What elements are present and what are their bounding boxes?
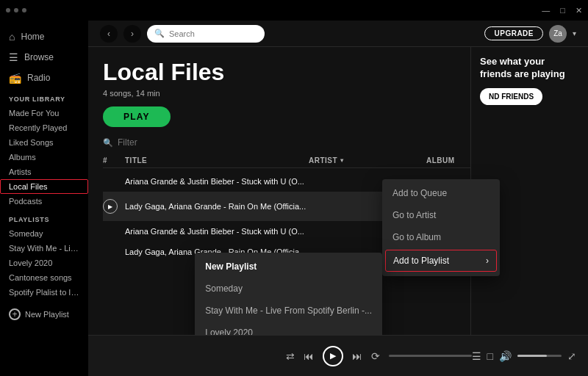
volume-icon[interactable]: 🔊 bbox=[499, 350, 512, 362]
dot-1 bbox=[6, 8, 10, 12]
progress-bar[interactable] bbox=[389, 355, 472, 357]
submenu-new-playlist[interactable]: New Playlist bbox=[195, 256, 382, 278]
back-icon: ‹ bbox=[107, 29, 110, 39]
volume-bar[interactable] bbox=[517, 355, 562, 357]
track-title: Ariana Grande & Justin Bieber - Stuck wi… bbox=[125, 177, 309, 186]
user-avatar[interactable]: Za bbox=[549, 25, 567, 43]
minimize-button[interactable]: — bbox=[542, 6, 550, 15]
header-right: UPGRADE Za ▾ bbox=[484, 25, 576, 43]
plus-circle-icon: + bbox=[9, 308, 21, 320]
find-friends-button[interactable]: ND FRIENDS bbox=[480, 88, 542, 105]
submenu-someday[interactable]: Someday bbox=[195, 278, 382, 300]
device-icon[interactable]: □ bbox=[487, 350, 493, 362]
play-button[interactable]: PLAY bbox=[103, 106, 171, 127]
new-playlist-button[interactable]: + New Playlist bbox=[0, 303, 88, 326]
submenu-lovely2020[interactable]: Lovely 2020 bbox=[195, 322, 382, 335]
add-to-playlist-label: Add to Playlist bbox=[393, 256, 449, 266]
sidebar-label-browse: Browse bbox=[24, 52, 54, 62]
player-controls: ⇄ ⏮ ▶ ⏭ ⟳ bbox=[286, 346, 472, 366]
sidebar-item-home[interactable]: ⌂ Home bbox=[0, 26, 88, 47]
bottom-bar: ⇄ ⏮ ▶ ⏭ ⟳ ☰ □ 🔊 ⤢ bbox=[88, 335, 588, 376]
context-add-to-queue[interactable]: Add to Queue bbox=[382, 182, 500, 204]
repeat-button[interactable]: ⟳ bbox=[371, 350, 380, 362]
your-library-label: YOUR LIBRARY bbox=[0, 88, 88, 106]
context-add-to-playlist[interactable]: Add to Playlist › bbox=[385, 250, 497, 272]
dot-3 bbox=[22, 8, 26, 12]
sidebar-label-home: Home bbox=[21, 32, 44, 42]
next-button[interactable]: ⏭ bbox=[352, 350, 362, 362]
sidebar-playlist-staywithme[interactable]: Stay With Me - Liv... bbox=[0, 241, 88, 256]
track-title: Ariana Grande & Justin Bieber - Stuck wi… bbox=[125, 227, 309, 236]
sidebar-item-browse[interactable]: ☰ Browse bbox=[0, 47, 88, 68]
maximize-button[interactable]: □ bbox=[560, 6, 565, 15]
dot-2 bbox=[14, 8, 18, 12]
sidebar-label-radio: Radio bbox=[27, 73, 50, 83]
app-header: ‹ › 🔍 UPGRADE Za ▾ bbox=[88, 21, 588, 47]
search-bar[interactable]: 🔍 bbox=[147, 25, 265, 43]
playlists-label: PLAYLISTS bbox=[0, 209, 88, 226]
sidebar-podcasts[interactable]: Podcasts bbox=[0, 194, 88, 209]
play-circle-icon[interactable]: ▶ bbox=[103, 199, 118, 214]
title-bar-dots bbox=[6, 8, 26, 12]
title-bar: — □ ✕ bbox=[0, 0, 588, 21]
filter-icon: 🔍 bbox=[103, 138, 113, 148]
shuffle-button[interactable]: ⇄ bbox=[286, 350, 295, 362]
bottom-right-controls: ☰ □ 🔊 ⤢ bbox=[472, 350, 576, 362]
radio-icon: 📻 bbox=[9, 72, 21, 84]
sidebar-local-files[interactable]: Local Files bbox=[0, 179, 88, 194]
volume-fill bbox=[517, 355, 547, 357]
main-content: Local Files 4 songs, 14 min PLAY 🔍 # TIT… bbox=[88, 47, 588, 335]
user-menu-chevron[interactable]: ▾ bbox=[573, 29, 576, 37]
sidebar-item-radio[interactable]: 📻 Radio bbox=[0, 68, 88, 88]
search-input[interactable] bbox=[169, 29, 257, 38]
track-play-icon[interactable]: ▶ bbox=[103, 199, 125, 214]
queue-icon[interactable]: ☰ bbox=[472, 350, 481, 362]
friends-panel-text: See what your friends are playing bbox=[480, 56, 579, 81]
close-button[interactable]: ✕ bbox=[576, 6, 582, 15]
upgrade-button[interactable]: UPGRADE bbox=[484, 26, 543, 40]
fullscreen-button[interactable]: ⤢ bbox=[567, 350, 576, 362]
play-icon: ▶ bbox=[330, 351, 336, 361]
sidebar-albums[interactable]: Albums bbox=[0, 150, 88, 164]
sidebar-artists[interactable]: Artists bbox=[0, 164, 88, 179]
context-go-to-album[interactable]: Go to Album bbox=[382, 226, 500, 248]
sidebar-playlist-spotify-itunes[interactable]: Spotify Plalist to IT... bbox=[0, 285, 88, 300]
play-pause-button[interactable]: ▶ bbox=[323, 346, 343, 366]
sidebar-playlist-someday[interactable]: Someday bbox=[0, 226, 88, 241]
sidebar-playlist-cantonese[interactable]: Cantonese songs bbox=[0, 270, 88, 285]
window-controls: — □ ✕ bbox=[542, 6, 582, 15]
forward-icon: › bbox=[131, 29, 134, 39]
sort-icon: ▾ bbox=[340, 157, 344, 164]
sidebar-playlist-lovely2020[interactable]: Lovely 2020 bbox=[0, 256, 88, 270]
home-icon: ⌂ bbox=[9, 31, 15, 43]
search-icon: 🔍 bbox=[154, 29, 165, 38]
sidebar-liked-songs[interactable]: Liked Songs bbox=[0, 135, 88, 150]
header-num: # bbox=[103, 156, 125, 164]
forward-button[interactable]: › bbox=[123, 25, 141, 43]
right-column: ‹ › 🔍 UPGRADE Za ▾ Local Files 4 songs, … bbox=[88, 21, 588, 376]
app-body: ⌂ Home ☰ Browse 📻 Radio YOUR LIBRARY Mad… bbox=[0, 21, 588, 376]
sidebar-made-for-you[interactable]: Made For You bbox=[0, 106, 88, 120]
back-button[interactable]: ‹ bbox=[100, 25, 118, 43]
sidebar: ⌂ Home ☰ Browse 📻 Radio YOUR LIBRARY Mad… bbox=[0, 21, 88, 376]
context-menu: Add to Queue Go to Artist Go to Album Ad… bbox=[382, 179, 500, 276]
track-title: Lady Gaga, Ariana Grande - Rain On Me (O… bbox=[125, 202, 309, 211]
previous-button[interactable]: ⏮ bbox=[304, 350, 314, 362]
filter-input[interactable] bbox=[118, 137, 228, 148]
context-go-to-artist[interactable]: Go to Artist bbox=[382, 204, 500, 226]
header-title: TITLE bbox=[125, 156, 309, 164]
header-artist: ARTIST ▾ bbox=[309, 156, 426, 164]
browse-icon: ☰ bbox=[9, 51, 18, 63]
submenu: New Playlist Someday Stay With Me - Live… bbox=[195, 253, 382, 335]
sidebar-recently-played[interactable]: Recently Played bbox=[0, 120, 88, 135]
submenu-staywithme[interactable]: Stay With Me - Live From Spotify Berlin … bbox=[195, 300, 382, 322]
nav-buttons: ‹ › 🔍 bbox=[100, 25, 265, 43]
submenu-arrow-icon: › bbox=[486, 256, 489, 266]
new-playlist-label: New Playlist bbox=[25, 310, 69, 319]
